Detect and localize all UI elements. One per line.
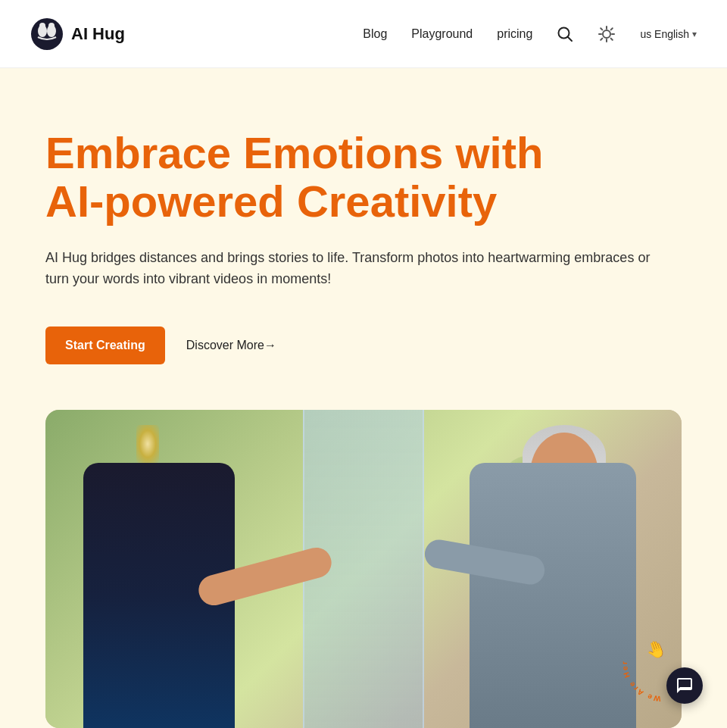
svg-line-12: [601, 28, 603, 30]
svg-line-13: [611, 38, 613, 39]
person-right-body: [470, 463, 636, 728]
start-creating-button[interactable]: Start Creating: [45, 327, 165, 364]
svg-line-6: [568, 36, 573, 41]
brand-name: AI Hug: [71, 24, 125, 44]
navbar: AI Hug Blog Playground pricing: [0, 0, 727, 68]
theme-toggle-button[interactable]: [598, 25, 616, 43]
hero-actions: Start Creating Discover More→: [45, 327, 682, 364]
search-button[interactable]: [557, 26, 573, 42]
hero-subtext: AI Hug bridges distances and brings stor…: [45, 247, 666, 291]
chat-arc-text-svg: We Are Here!: [619, 620, 703, 704]
hero-section: Embrace Emotions with AI-powered Creativ…: [0, 68, 727, 728]
svg-point-3: [39, 23, 45, 29]
nav-link-playground[interactable]: Playground: [411, 27, 473, 41]
nav-links: Blog Playground pricing us Engl: [363, 25, 697, 43]
svg-line-15: [611, 28, 613, 30]
search-icon: [557, 26, 573, 42]
language-label: us English: [640, 28, 689, 40]
svg-point-7: [603, 30, 610, 38]
chat-arc-container: We Are Here! 🤚: [619, 620, 703, 704]
svg-line-14: [601, 38, 603, 39]
hero-image-canvas: [45, 410, 682, 728]
chevron-down-icon: ▾: [692, 29, 697, 39]
svg-text:We Are Here!: We Are Here!: [619, 620, 661, 703]
logo-icon: [30, 17, 64, 51]
discover-more-button[interactable]: Discover More→: [186, 339, 276, 352]
nav-link-pricing[interactable]: pricing: [497, 27, 532, 41]
hero-image: [45, 410, 682, 728]
sun-icon: [598, 25, 616, 43]
nav-brand: AI Hug: [30, 17, 125, 51]
svg-point-4: [48, 23, 55, 29]
hero-headline: Embrace Emotions with AI-powered Creativ…: [45, 129, 560, 226]
chat-widget: We Are Here! 🤚: [666, 667, 703, 704]
language-selector[interactable]: us English ▾: [640, 28, 697, 40]
nav-link-blog[interactable]: Blog: [363, 27, 387, 41]
svg-point-0: [31, 18, 63, 50]
